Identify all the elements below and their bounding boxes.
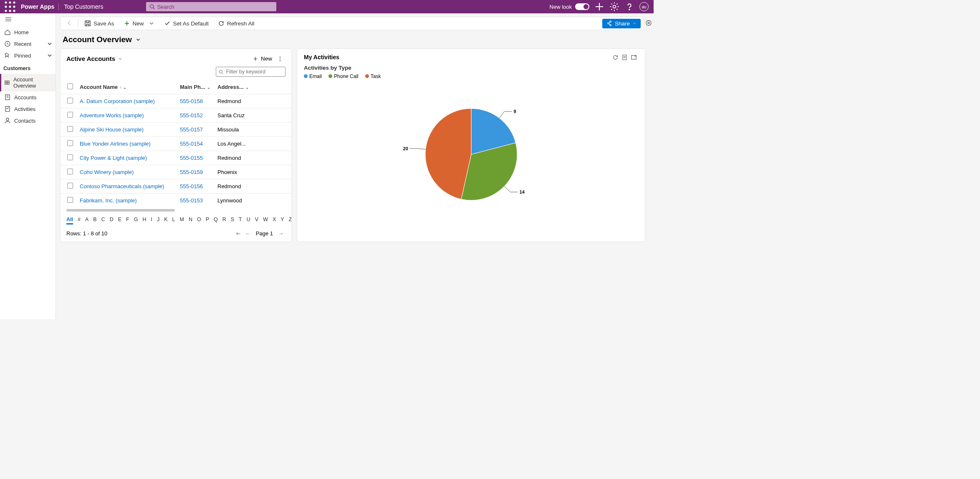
alpha-K[interactable]: K (164, 217, 167, 224)
activities-pie-chart[interactable]: 91420 (392, 88, 551, 213)
filter-keyword-input[interactable] (216, 67, 285, 77)
alpha-All[interactable]: All (66, 217, 73, 224)
row-checkbox[interactable] (67, 169, 73, 174)
phone-link[interactable]: 555-0152 (177, 108, 215, 123)
alpha-E[interactable]: E (118, 217, 121, 224)
alpha-D[interactable]: D (110, 217, 114, 224)
table-row[interactable]: Contoso Pharmaceuticals (sample) 555-015… (61, 179, 291, 194)
alpha-Y[interactable]: Y (280, 217, 284, 224)
activities-records-icon[interactable] (620, 54, 629, 61)
table-row[interactable]: Blue Yonder Airlines (sample) 555-0154 L… (61, 137, 291, 151)
table-row[interactable]: Adventure Works (sample) 555-0152 Santa … (61, 108, 291, 123)
pager-next[interactable]: → (276, 230, 285, 237)
phone-link[interactable]: 555-0158 (177, 94, 215, 108)
row-checkbox[interactable] (67, 197, 73, 203)
col-main-phone[interactable]: Main Ph...⌄ (177, 80, 215, 94)
activities-expand-icon[interactable] (629, 54, 638, 61)
row-checkbox[interactable] (67, 112, 73, 118)
horizontal-scrollbar[interactable] (66, 209, 285, 212)
row-checkbox[interactable] (67, 140, 73, 146)
table-row[interactable]: A. Datum Corporation (sample) 555-0158 R… (61, 94, 291, 108)
row-checkbox[interactable] (67, 98, 73, 103)
help-icon[interactable] (624, 2, 634, 12)
share-button[interactable]: Share (602, 19, 641, 28)
pie-slice-task[interactable] (425, 108, 471, 199)
alpha-T[interactable]: T (239, 217, 242, 224)
filter-input[interactable] (226, 69, 283, 75)
alpha-X[interactable]: X (273, 217, 276, 224)
alpha-W[interactable]: W (263, 217, 268, 224)
legend-item[interactable]: Email (304, 73, 322, 79)
account-name-link[interactable]: Fabrikam, Inc. (sample) (77, 194, 177, 208)
alpha-I[interactable]: I (151, 217, 152, 224)
app-launcher-icon[interactable] (3, 0, 17, 13)
settings-gear-icon[interactable] (609, 2, 619, 12)
alpha-V[interactable]: V (255, 217, 258, 224)
row-checkbox[interactable] (67, 126, 73, 132)
pager-prev[interactable]: ← (243, 230, 253, 237)
table-row[interactable]: Fabrikam, Inc. (sample) 555-0153 Lynnwoo… (61, 194, 291, 208)
back-button[interactable] (63, 20, 76, 27)
refresh-all-button[interactable]: Refresh All (215, 18, 258, 28)
phone-link[interactable]: 555-0159 (177, 165, 215, 179)
select-all-checkbox[interactable] (67, 83, 73, 89)
brand-label[interactable]: Power Apps (17, 3, 59, 10)
legend-item[interactable]: Phone Call (328, 73, 359, 79)
alpha-J[interactable]: J (157, 217, 159, 224)
account-name-link[interactable]: Blue Yonder Airlines (sample) (77, 137, 177, 151)
alpha-R[interactable]: R (222, 217, 226, 224)
pager-first[interactable]: ⇤ (234, 230, 243, 237)
alpha-M[interactable]: M (179, 217, 184, 224)
legend-item[interactable]: Task (365, 73, 381, 79)
row-checkbox[interactable] (67, 183, 73, 189)
page-title[interactable]: Account Overview (63, 35, 654, 44)
phone-link[interactable]: 555-0156 (177, 179, 215, 194)
alpha-C[interactable]: C (101, 217, 105, 224)
phone-link[interactable]: 555-0154 (177, 137, 215, 151)
account-name-link[interactable]: Alpine Ski House (sample) (77, 123, 177, 137)
copilot-icon[interactable] (644, 17, 654, 27)
alpha-P[interactable]: P (206, 217, 209, 224)
global-search-input[interactable] (157, 4, 273, 10)
account-name-link[interactable]: City Power & Light (sample) (77, 151, 177, 165)
col-address[interactable]: Address...⌄ (215, 80, 291, 94)
save-as-button[interactable]: Save As (81, 18, 118, 28)
page-breadcrumb[interactable]: Top Customers (59, 3, 108, 10)
nav-recent[interactable]: Recent (0, 38, 56, 50)
alpha-F[interactable]: F (126, 217, 129, 224)
table-row[interactable]: Coho Winery (sample) 555-0159 Phoenix (61, 165, 291, 179)
alpha-O[interactable]: O (197, 217, 201, 224)
alpha-S[interactable]: S (231, 217, 234, 224)
nav-accounts[interactable]: Accounts (0, 91, 56, 103)
alpha-N[interactable]: N (189, 217, 192, 224)
new-button[interactable]: New (120, 18, 158, 28)
accounts-new-button[interactable]: New (250, 54, 275, 63)
account-name-link[interactable]: A. Datum Corporation (sample) (77, 94, 177, 108)
table-row[interactable]: Alpine Ski House (sample) 555-0157 Misso… (61, 123, 291, 137)
nav-collapse-icon[interactable] (0, 13, 56, 26)
user-avatar[interactable]: au (639, 2, 649, 11)
account-name-link[interactable]: Adventure Works (sample) (77, 108, 177, 123)
phone-link[interactable]: 555-0155 (177, 151, 215, 165)
alpha-B[interactable]: B (93, 217, 96, 224)
account-name-link[interactable]: Contoso Pharmaceuticals (sample) (77, 179, 177, 194)
alpha-U[interactable]: U (247, 217, 250, 224)
alpha-G[interactable]: G (134, 217, 138, 224)
alpha-Q[interactable]: Q (214, 217, 218, 224)
alpha-L[interactable]: L (172, 217, 175, 224)
account-name-link[interactable]: Coho Winery (sample) (77, 165, 177, 179)
table-row[interactable]: City Power & Light (sample) 555-0155 Red… (61, 151, 291, 165)
set-default-button[interactable]: Set As Default (161, 18, 212, 28)
toggle-switch[interactable] (575, 3, 589, 10)
alpha-Z[interactable]: Z (289, 217, 292, 224)
row-checkbox[interactable] (67, 154, 73, 160)
new-look-toggle[interactable]: New look (550, 3, 589, 10)
nav-contacts[interactable]: Contacts (0, 115, 56, 126)
nav-activities[interactable]: Activities (0, 103, 56, 115)
phone-link[interactable]: 555-0153 (177, 194, 215, 208)
alpha-A[interactable]: A (85, 217, 88, 224)
accounts-more-button[interactable] (275, 54, 285, 63)
nav-account-overview[interactable]: Account Overview (0, 74, 56, 91)
activities-refresh-icon[interactable] (611, 54, 620, 61)
nav-home[interactable]: Home (0, 26, 56, 38)
